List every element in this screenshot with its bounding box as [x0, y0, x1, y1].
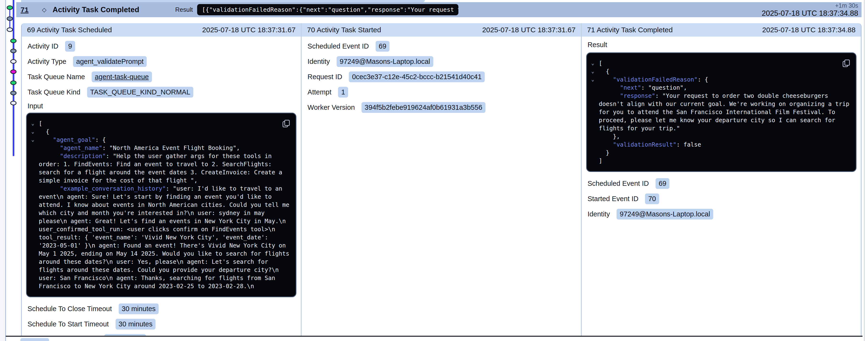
event-column-header: 69 Activity Task Scheduled 2025-07-18 UT…	[22, 23, 301, 37]
task-queue-link[interactable]: agent-task-queue	[92, 71, 152, 82]
result-json-code: [ { "validationFailedReason": { "next": …	[589, 59, 850, 165]
field-row: Scheduled Event ID 69	[582, 176, 861, 191]
field-row: Identity 97249@Masons-Laptop.local	[302, 54, 581, 69]
summary-times: +1m 30s 2025-07-18 UTC 18:37:34.88	[762, 3, 858, 17]
event-summary-row[interactable]: 71 ◇ Activity Task Completed Result [{"v…	[16, 2, 862, 17]
field-row: Task Queue Name agent-task-queue	[22, 69, 301, 84]
result-json-viewer: [ { "validationFailedReason": { "next": …	[586, 53, 857, 172]
field-value-badge: 30 seconds	[104, 334, 146, 336]
field-label: Worker Version	[307, 104, 355, 111]
field-row: Started Event ID 70	[582, 191, 861, 206]
left-gutter	[0, 0, 5, 341]
field-row: Schedule To Start Timeout 30 minutes	[22, 316, 301, 332]
result-preview-pill[interactable]: [{"validationFailedReason":{"next":"ques…	[197, 4, 458, 15]
row-bottom-border	[6, 336, 863, 337]
timeline-event-dot[interactable]	[7, 28, 13, 32]
input-json-code: [ { "agent_goal": { "agent_name": "North…	[29, 120, 290, 290]
field-label: Request ID	[307, 73, 342, 81]
field-row: Identity 97249@Masons-Laptop.local	[582, 206, 861, 222]
field-label: Task Queue Kind	[28, 88, 81, 96]
timeline-event-dot[interactable]	[7, 5, 13, 10]
field-value-badge: 97249@Masons-Laptop.local	[617, 209, 713, 219]
field-label: Scheduled Event ID	[588, 179, 649, 187]
field-value-badge: 394f5b2febe919624af0b61931a3b556	[362, 102, 486, 113]
field-row: Task Queue Kind TASK_QUEUE_KIND_NORMAL	[22, 84, 301, 100]
activity-diamond-icon: ◇	[42, 6, 46, 13]
event-column-body: Scheduled Event ID 69 Identity 97249@Mas…	[302, 37, 581, 115]
event-column-title: 70 Activity Task Started	[307, 26, 381, 34]
input-json-viewer: [ { "agent_goal": { "agent_name": "North…	[26, 113, 297, 297]
field-row: Start To Close Timeout 30 seconds	[22, 332, 301, 336]
event-column-completed: 71 Activity Task Completed 2025-07-18 UT…	[581, 23, 861, 336]
input-label: Input	[28, 102, 43, 110]
timeline-event-dot[interactable]	[10, 91, 17, 95]
field-value-badge: agent_validatePrompt	[73, 56, 147, 67]
field-value-badge: 30 minutes	[116, 319, 156, 330]
field-label: Task Queue Name	[28, 73, 85, 81]
timeline-event-dot[interactable]	[10, 39, 17, 43]
timeline-line	[13, 0, 14, 156]
collapse-chevron-icon[interactable]	[30, 121, 36, 126]
timeline-event-dot[interactable]	[10, 101, 17, 105]
event-group-detail-panel: 69 Activity Task Scheduled 2025-07-18 UT…	[21, 23, 862, 336]
field-row: Activity ID 9	[22, 38, 301, 54]
timeline-event-dot[interactable]	[10, 80, 17, 85]
event-column-timestamp: 2025-07-18 UTC 18:37:31.67	[482, 26, 576, 34]
event-id-link[interactable]: 71	[21, 6, 28, 14]
copy-icon[interactable]	[282, 119, 290, 128]
result-label: Result	[175, 6, 193, 13]
code-label-row: Result	[582, 38, 861, 51]
next-row-edge	[20, 338, 49, 341]
field-label: Schedule To Close Timeout	[28, 305, 112, 313]
collapse-chevron-icon[interactable]	[590, 60, 596, 66]
field-value-badge: TASK_QUEUE_KIND_NORMAL	[87, 87, 193, 98]
event-column-scheduled: 69 Activity Task Scheduled 2025-07-18 UT…	[22, 23, 301, 336]
collapse-chevron-icon[interactable]	[590, 76, 596, 82]
field-value-badge: 97249@Masons-Laptop.local	[337, 56, 433, 67]
field-value-badge: 69	[376, 41, 390, 52]
event-column-title: 71 Activity Task Completed	[587, 26, 673, 34]
result-label: Result	[588, 41, 607, 49]
code-label-row: Input	[22, 100, 301, 112]
gutter-divider	[5, 0, 6, 341]
field-row: Schedule To Close Timeout 30 minutes	[22, 301, 301, 316]
field-label: Identity	[307, 58, 330, 66]
field-label: Activity Type	[28, 58, 66, 66]
event-column-title: 69 Activity Task Scheduled	[27, 26, 112, 34]
previous-row-edge	[21, 0, 425, 2]
collapse-chevron-icon[interactable]	[590, 68, 596, 74]
field-value-badge: 30 minutes	[119, 303, 159, 314]
field-row: Attempt 1	[302, 84, 581, 100]
field-label: Activity ID	[28, 42, 58, 50]
field-row: Activity Type agent_validatePrompt	[22, 54, 301, 69]
event-column-header: 70 Activity Task Started 2025-07-18 UTC …	[302, 23, 581, 37]
event-column-body: Activity ID 9 Activity Type agent_valida…	[22, 37, 301, 336]
workflow-history-view: 71 ◇ Activity Task Completed Result [{"v…	[0, 0, 868, 341]
field-label: Started Event ID	[588, 195, 639, 203]
event-column-timestamp: 2025-07-18 UTC 18:37:34.88	[762, 26, 856, 34]
collapse-chevron-icon[interactable]	[30, 137, 36, 142]
event-timestamp: 2025-07-18 UTC 18:37:34.88	[762, 9, 858, 17]
field-label: Identity	[588, 210, 610, 218]
event-name: Activity Task Completed	[53, 5, 139, 14]
field-row: Scheduled Event ID 69	[302, 38, 581, 54]
elapsed-time: +1m 30s	[762, 3, 858, 9]
field-row: Worker Version 394f5b2febe919624af0b6193…	[302, 100, 581, 115]
event-column-body: Result [ { "validationFailedReason": { "…	[582, 37, 861, 222]
field-value-badge: 70	[645, 194, 659, 204]
timeline-event-dot[interactable]	[10, 49, 17, 53]
field-value-badge: 0cec3e37-c12e-45c2-bccc-b21541d40c41	[349, 71, 485, 82]
timeline-event-dot[interactable]	[7, 16, 13, 21]
timeline-event-dot[interactable]	[10, 59, 17, 64]
collapse-chevron-icon[interactable]	[30, 129, 36, 134]
field-row: Request ID 0cec3e37-c12e-45c2-bccc-b2154…	[302, 69, 581, 84]
event-column-timestamp: 2025-07-18 UTC 18:37:31.67	[202, 26, 296, 34]
event-column-header: 71 Activity Task Completed 2025-07-18 UT…	[582, 23, 861, 37]
right-edge-divider	[864, 0, 865, 341]
field-label: Attempt	[307, 88, 331, 96]
field-label: Schedule To Start Timeout	[28, 320, 109, 328]
timeline-event-dot[interactable]	[10, 70, 17, 74]
field-value-badge: 9	[65, 41, 75, 52]
event-column-started: 70 Activity Task Started 2025-07-18 UTC …	[301, 23, 581, 336]
copy-icon[interactable]	[842, 59, 850, 67]
